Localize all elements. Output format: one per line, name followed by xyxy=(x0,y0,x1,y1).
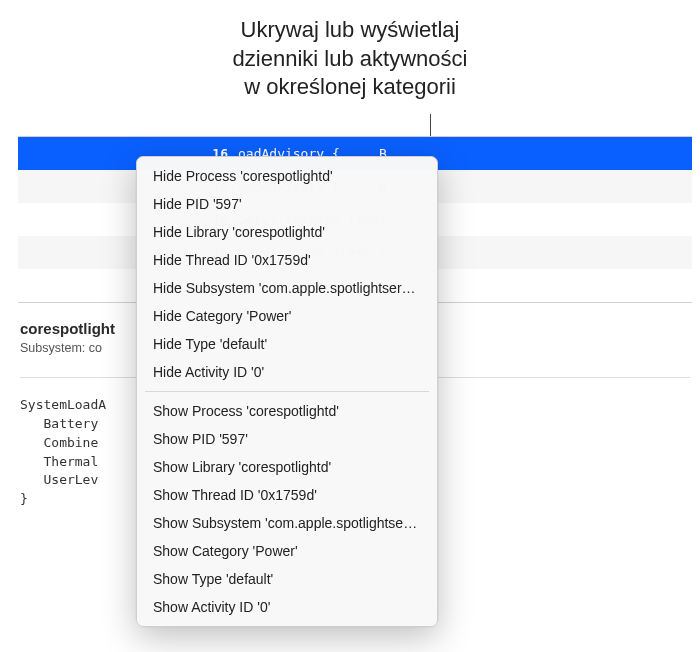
callout-line-1: Ukrywaj lub wyświetlaj xyxy=(0,16,700,45)
menu-item-hide-category[interactable]: Hide Category 'Power' xyxy=(137,302,437,330)
menu-separator xyxy=(145,391,429,392)
menu-item-show-type[interactable]: Show Type 'default' xyxy=(137,565,437,593)
callout-text: Ukrywaj lub wyświetlaj dzienniki lub akt… xyxy=(0,0,700,110)
detail-subsystem-label: Subsystem: xyxy=(20,341,89,355)
menu-item-show-category[interactable]: Show Category 'Power' xyxy=(137,537,437,565)
menu-item-hide-pid[interactable]: Hide PID '597' xyxy=(137,190,437,218)
menu-item-show-process[interactable]: Show Process 'corespotlightd' xyxy=(137,397,437,425)
menu-item-hide-thread[interactable]: Hide Thread ID '0x1759d' xyxy=(137,246,437,274)
menu-item-show-activity[interactable]: Show Activity ID '0' xyxy=(137,593,437,621)
menu-item-hide-type[interactable]: Hide Type 'default' xyxy=(137,330,437,358)
menu-item-hide-subsystem[interactable]: Hide Subsystem 'com.apple.spotlightserve… xyxy=(137,274,437,302)
callout-line-3: w określonej kategorii xyxy=(0,73,700,102)
menu-item-show-thread[interactable]: Show Thread ID '0x1759d' xyxy=(137,481,437,509)
menu-item-hide-activity[interactable]: Hide Activity ID '0' xyxy=(137,358,437,386)
menu-item-show-library[interactable]: Show Library 'corespotlightd' xyxy=(137,453,437,481)
menu-item-hide-library[interactable]: Hide Library 'corespotlightd' xyxy=(137,218,437,246)
menu-item-show-pid[interactable]: Show PID '597' xyxy=(137,425,437,453)
detail-subsystem-value: co xyxy=(89,341,102,355)
menu-item-show-subsystem[interactable]: Show Subsystem 'com.apple.spotlightserve… xyxy=(137,509,437,537)
menu-item-hide-process[interactable]: Hide Process 'corespotlightd' xyxy=(137,162,437,190)
callout-line-2: dzienniki lub aktywności xyxy=(0,45,700,74)
context-menu[interactable]: Hide Process 'corespotlightd' Hide PID '… xyxy=(136,156,438,627)
